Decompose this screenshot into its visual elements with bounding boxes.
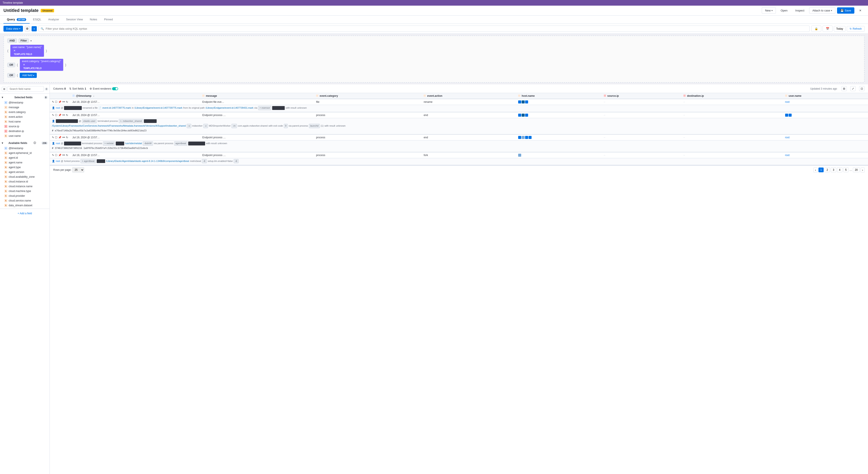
- tab-query[interactable]: Query 187200: [3, 16, 30, 24]
- close-icon[interactable]: ✕: [23, 63, 61, 66]
- prev-page-button[interactable]: ‹: [813, 168, 817, 173]
- edit-icon[interactable]: ✎: [52, 136, 54, 139]
- page-5-button[interactable]: 5: [843, 168, 849, 172]
- th-event-category[interactable]: event.category: [314, 93, 422, 99]
- page-3-button[interactable]: 3: [831, 168, 836, 172]
- page-1-button[interactable]: 1: [818, 168, 824, 172]
- add-field-sidebar: + Add a field: [0, 209, 50, 218]
- checkbox[interactable]: ☐: [55, 154, 57, 157]
- filter-pill-1[interactable]: user.name: "{user.name}" ✕ TEMPLATE FIEL…: [10, 45, 44, 57]
- field-item-avail-agent-id[interactable]: k agent.id: [0, 155, 50, 160]
- field-item-destination-ip[interactable]: i destination.ip: [0, 129, 50, 134]
- expand-icon[interactable]: ↻: [66, 114, 68, 117]
- open-button[interactable]: Open: [778, 7, 790, 13]
- data-view-button[interactable]: Data view ▾: [3, 26, 23, 32]
- lock-icon-button[interactable]: 🔒: [811, 26, 821, 32]
- th-timestamp[interactable]: @timestamp ↓: [70, 93, 200, 99]
- pin-icon[interactable]: 📌: [58, 100, 61, 103]
- tab-esql[interactable]: ES|QL: [30, 16, 45, 24]
- filter-label[interactable]: Filter: [19, 38, 29, 43]
- edit-icon[interactable]: ✎: [52, 154, 54, 157]
- pin-icon[interactable]: 📌: [58, 154, 61, 157]
- field-item-source-ip[interactable]: i source.ip: [0, 124, 50, 129]
- th-source-ip[interactable]: source.ip: [602, 93, 681, 99]
- field-item-avail-data-stream-dataset[interactable]: k data_stream.dataset: [0, 203, 50, 208]
- pin-icon[interactable]: 📌: [58, 136, 61, 139]
- th-user-name[interactable]: user.name: [783, 93, 868, 99]
- new-button[interactable]: New ▾: [762, 7, 776, 13]
- edit-icon[interactable]: ✎: [52, 100, 54, 103]
- more-icon[interactable]: •••: [62, 154, 65, 157]
- more-icon[interactable]: •••: [62, 136, 65, 139]
- field-item-avail-agent-type[interactable]: k agent.type: [0, 165, 50, 170]
- th-destination-ip[interactable]: destination.ip: [681, 93, 783, 99]
- field-item-event-category[interactable]: k event.category: [0, 110, 50, 115]
- field-item-user-name[interactable]: k user.name: [0, 134, 50, 138]
- rows-per-page-select[interactable]: 25 50 100: [72, 167, 84, 173]
- keyword-type-icon: k: [4, 180, 7, 183]
- more-icon[interactable]: •••: [62, 100, 65, 103]
- expand-button[interactable]: ⤢: [850, 86, 856, 91]
- field-item-event-action[interactable]: k event.action: [0, 115, 50, 119]
- pin-icon[interactable]: 📌: [58, 114, 61, 117]
- field-item-avail-cloud-machine-type[interactable]: k cloud.machine.type: [0, 189, 50, 194]
- page-4-button[interactable]: 4: [837, 168, 842, 172]
- columns-control[interactable]: Columns 8: [53, 87, 66, 90]
- tab-notes[interactable]: Notes: [86, 16, 101, 24]
- calendar-button[interactable]: 📅: [823, 26, 833, 32]
- field-item-avail-agent-ephemeral-id[interactable]: k agent.ephemeral_id: [0, 151, 50, 155]
- field-item-avail-cloud-az[interactable]: k cloud.availability_zone: [0, 174, 50, 179]
- chevron-down-icon: ▾: [772, 9, 773, 12]
- edit-icon[interactable]: ✎: [52, 114, 54, 117]
- field-item-avail-cloud-service-name[interactable]: k cloud.service.name: [0, 198, 50, 203]
- filter-button[interactable]: ⚙: [25, 26, 30, 32]
- selected-fields-header[interactable]: ▾ Selected fields 8: [0, 95, 50, 100]
- grid-view-button[interactable]: ⊞: [841, 86, 847, 91]
- checkbox[interactable]: ☐: [55, 114, 57, 117]
- field-item-host-name[interactable]: k host.name: [0, 119, 50, 124]
- refresh-button[interactable]: ↻ Refresh: [847, 26, 865, 32]
- add-a-field-button[interactable]: + Add a field: [2, 211, 48, 216]
- event-renderers-control[interactable]: ⚙ Event renderers: [90, 87, 118, 90]
- add-filter-button[interactable]: +: [32, 26, 37, 31]
- event-renderers-toggle[interactable]: [112, 87, 118, 90]
- filter-pill-2[interactable]: event.category: "{event.category}" ✕ TEM…: [20, 59, 64, 71]
- expand-icon[interactable]: ↻: [66, 154, 68, 157]
- today-button[interactable]: Today: [834, 26, 845, 32]
- last-page-button[interactable]: 20: [853, 168, 860, 172]
- field-item-avail-agent-name[interactable]: k agent.name: [0, 160, 50, 165]
- tab-session-view[interactable]: Session View: [63, 16, 86, 24]
- attach-to-case-button[interactable]: Attach to case ▾: [809, 7, 835, 13]
- inspect-button[interactable]: Inspect: [792, 7, 807, 13]
- close-button[interactable]: ✕: [856, 7, 865, 13]
- th-message[interactable]: message: [200, 93, 314, 99]
- more-icon[interactable]: •••: [62, 114, 65, 117]
- search-input[interactable]: [38, 26, 810, 32]
- th-event-action[interactable]: event.action: [422, 93, 516, 99]
- field-item-message[interactable]: t message: [0, 105, 50, 110]
- expand-icon[interactable]: ↻: [66, 136, 68, 139]
- tab-analyzer[interactable]: Analyzer: [45, 16, 63, 24]
- field-item-avail-cloud-instance-name[interactable]: k cloud.instance.name: [0, 184, 50, 189]
- close-icon[interactable]: ✕: [13, 49, 42, 52]
- available-fields-header[interactable]: ▾ Available fields ⓘ 236: [0, 140, 50, 146]
- expand-icon[interactable]: ↻: [66, 100, 68, 103]
- field-item-avail-timestamp[interactable]: t @timestamp: [0, 146, 50, 151]
- field-item-timestamp[interactable]: t @timestamp: [0, 100, 50, 105]
- field-item-avail-agent-version[interactable]: k agent.version: [0, 170, 50, 174]
- page-2-button[interactable]: 2: [825, 168, 830, 172]
- sidebar-options-button[interactable]: ⊞: [2, 87, 7, 91]
- checkbox[interactable]: ☐: [55, 136, 57, 139]
- checkbox[interactable]: ☐: [55, 100, 57, 103]
- sort-fields-control[interactable]: ⇅ Sort fields 1: [69, 87, 86, 90]
- tab-pinned[interactable]: Pinned: [101, 16, 116, 24]
- next-page-button[interactable]: ›: [861, 168, 865, 173]
- th-host-name[interactable]: host.name: [516, 93, 602, 99]
- fullscreen-button[interactable]: ⊡: [859, 86, 865, 91]
- sidebar-search-input[interactable]: [7, 86, 44, 92]
- save-button[interactable]: 💾 Save: [837, 7, 855, 13]
- add-field-button[interactable]: Add field ▾: [20, 73, 37, 78]
- field-item-avail-cloud-provider[interactable]: k cloud.provider: [0, 194, 50, 198]
- sort-icon[interactable]: ↓: [93, 94, 94, 97]
- field-item-avail-cloud-instance-id[interactable]: k cloud.instance.id: [0, 179, 50, 184]
